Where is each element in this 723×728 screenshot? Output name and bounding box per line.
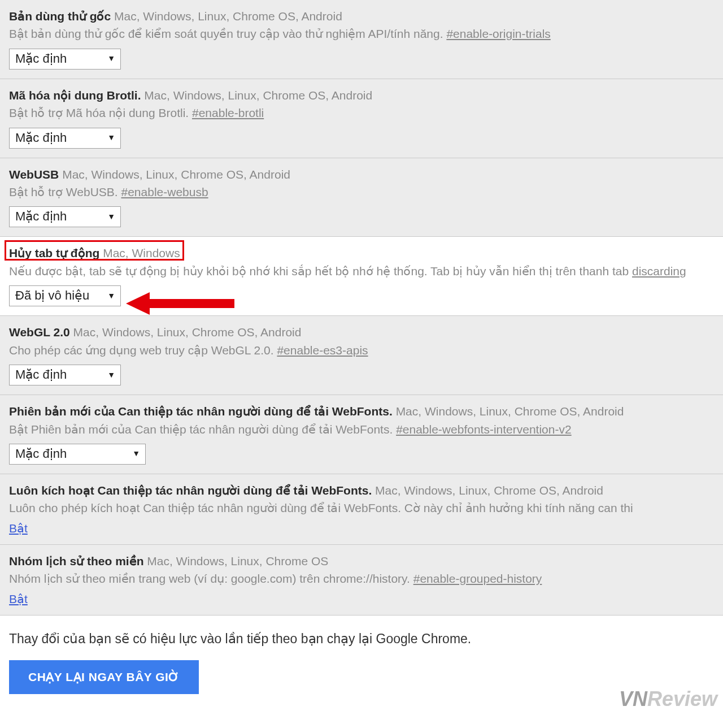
flag-platforms: Mac, Windows, Linux, Chrome OS, Android bbox=[114, 10, 342, 23]
flag-select-wrap: Mặc định▼ bbox=[9, 128, 121, 149]
restart-bar: Thay đổi của bạn sẽ có hiệu lực vào lần … bbox=[0, 616, 723, 717]
flag-item: WebUSB Mac, Windows, Linux, Chrome OS, A… bbox=[0, 158, 723, 237]
flag-hash-link[interactable]: #enable-webfonts-intervention-v2 bbox=[396, 423, 572, 436]
flag-item: Nhóm lịch sử theo miền Mac, Windows, Lin… bbox=[0, 545, 723, 616]
flag-platforms: Mac, Windows, Linux, Chrome OS bbox=[147, 554, 328, 567]
watermark-logo: VNReview bbox=[619, 687, 717, 711]
flags-list: Bản dùng thử gốc Mac, Windows, Linux, Ch… bbox=[0, 0, 723, 616]
flag-hash-link[interactable]: #enable-es3-apis bbox=[277, 344, 368, 357]
flag-select-wrap: Đã bị vô hiệu▼ bbox=[9, 285, 121, 306]
flag-hash-link[interactable]: discarding bbox=[632, 265, 686, 278]
flag-platforms: Mac, Windows, Linux, Chrome OS, Android bbox=[396, 405, 624, 418]
flag-title: Hủy tab tự động bbox=[9, 246, 99, 259]
flag-select-wrap: Mặc định▼ bbox=[9, 365, 121, 385]
flag-platforms: Mac, Windows, Linux, Chrome OS, Android bbox=[62, 168, 290, 181]
flag-title-line: Mã hóa nội dung Brotli. Mac, Windows, Li… bbox=[9, 87, 714, 103]
flag-description-line: Nếu được bật, tab sẽ tự động bị hủy khỏi… bbox=[9, 263, 714, 280]
watermark-rest: Review bbox=[647, 687, 717, 710]
flag-select[interactable]: Mặc định bbox=[9, 444, 146, 465]
flag-title-line: WebUSB Mac, Windows, Linux, Chrome OS, A… bbox=[9, 166, 714, 183]
flag-select-wrap: Mặc định▼ bbox=[9, 49, 121, 70]
flag-enable-link[interactable]: Bật bbox=[9, 592, 28, 606]
flag-description: Bật Phiên bản mới của Can thiệp tác nhân… bbox=[9, 423, 396, 436]
flag-title: Mã hóa nội dung Brotli. bbox=[9, 89, 141, 102]
flag-select[interactable]: Mặc định bbox=[9, 365, 121, 385]
flag-title-line: Luôn kích hoạt Can thiệp tác nhân người … bbox=[9, 482, 714, 499]
flag-description-line: Luôn cho phép kích hoạt Can thiệp tác nh… bbox=[9, 500, 714, 517]
flag-title: Nhóm lịch sử theo miền bbox=[9, 554, 144, 567]
flag-item: Phiên bản mới của Can thiệp tác nhân ngư… bbox=[0, 395, 723, 474]
flag-select-wrap: Mặc định▼ bbox=[9, 444, 146, 465]
flag-select[interactable]: Mặc định bbox=[9, 49, 121, 70]
flag-hash-link[interactable]: #enable-webusb bbox=[121, 185, 208, 198]
flag-platforms: Mac, Windows, Linux, Chrome OS, Android bbox=[73, 326, 302, 339]
flag-item: Mã hóa nội dung Brotli. Mac, Windows, Li… bbox=[0, 79, 723, 158]
flag-item: Hủy tab tự động Mac, WindowsNếu được bật… bbox=[0, 237, 723, 316]
flag-title: Bản dùng thử gốc bbox=[9, 10, 111, 23]
flag-select[interactable]: Mặc định bbox=[9, 206, 121, 227]
flag-description-line: Cho phép các ứng dụng web truy cập WebGL… bbox=[9, 342, 714, 359]
flag-title-line: Nhóm lịch sử theo miền Mac, Windows, Lin… bbox=[9, 553, 714, 569]
flag-title-line: Bản dùng thử gốc Mac, Windows, Linux, Ch… bbox=[9, 8, 714, 24]
flag-select-wrap: Mặc định▼ bbox=[9, 206, 121, 227]
flag-item: WebGL 2.0 Mac, Windows, Linux, Chrome OS… bbox=[0, 316, 723, 395]
arrow-icon bbox=[121, 287, 240, 320]
flag-description-line: Bật Phiên bản mới của Can thiệp tác nhân… bbox=[9, 421, 714, 438]
flag-description-line: Bật bản dùng thử gốc để kiểm soát quyền … bbox=[9, 25, 714, 42]
flag-title-line: WebGL 2.0 Mac, Windows, Linux, Chrome OS… bbox=[9, 324, 714, 340]
restart-message: Thay đổi của bạn sẽ có hiệu lực vào lần … bbox=[9, 631, 714, 647]
flag-description-line: Nhóm lịch sử theo miền trang web (ví dụ:… bbox=[9, 570, 714, 587]
flag-platforms: Mac, Windows, Linux, Chrome OS, Android bbox=[375, 484, 603, 497]
flag-hash-link[interactable]: #enable-origin-trials bbox=[446, 27, 550, 40]
flag-title-line: Phiên bản mới của Can thiệp tác nhân ngư… bbox=[9, 403, 714, 419]
flag-description: Cho phép các ứng dụng web truy cập WebGL… bbox=[9, 344, 277, 357]
flag-enable-link[interactable]: Bật bbox=[9, 522, 28, 535]
flag-platforms: Mac, Windows bbox=[103, 246, 180, 259]
flag-platforms: Mac, Windows, Linux, Chrome OS, Android bbox=[144, 89, 372, 102]
flag-hash-link[interactable]: #enable-brotli bbox=[192, 106, 264, 119]
flag-description: Bật bản dùng thử gốc để kiểm soát quyền … bbox=[9, 27, 446, 40]
flag-title: Phiên bản mới của Can thiệp tác nhân ngư… bbox=[9, 405, 393, 418]
flag-description: Nếu được bật, tab sẽ tự động bị hủy khỏi… bbox=[9, 265, 632, 278]
watermark-vn: VN bbox=[619, 687, 647, 710]
flag-description: Luôn cho phép kích hoạt Can thiệp tác nh… bbox=[9, 501, 633, 514]
flag-title: WebUSB bbox=[9, 168, 59, 181]
flag-title: WebGL 2.0 bbox=[9, 326, 70, 339]
flag-select[interactable]: Đã bị vô hiệu bbox=[9, 285, 121, 306]
flag-item: Bản dùng thử gốc Mac, Windows, Linux, Ch… bbox=[0, 0, 723, 79]
flag-title-line: Hủy tab tự động Mac, Windows bbox=[9, 245, 714, 261]
restart-button[interactable]: CHẠY LẠI NGAY BÂY GIỜ bbox=[9, 660, 199, 694]
flag-item: Luôn kích hoạt Can thiệp tác nhân người … bbox=[0, 474, 723, 545]
flag-title: Luôn kích hoạt Can thiệp tác nhân người … bbox=[9, 484, 372, 497]
flag-select[interactable]: Mặc định bbox=[9, 128, 121, 149]
flag-description: Bật hỗ trợ WebUSB. bbox=[9, 185, 121, 198]
flag-hash-link[interactable]: #enable-grouped-history bbox=[413, 572, 542, 585]
flag-description-line: Bật hỗ trợ WebUSB. #enable-webusb bbox=[9, 184, 714, 201]
flag-description: Nhóm lịch sử theo miền trang web (ví dụ:… bbox=[9, 572, 413, 585]
flag-description: Bật hỗ trợ Mã hóa nội dung Brotli. bbox=[9, 106, 192, 119]
flag-description-line: Bật hỗ trợ Mã hóa nội dung Brotli. #enab… bbox=[9, 105, 714, 122]
